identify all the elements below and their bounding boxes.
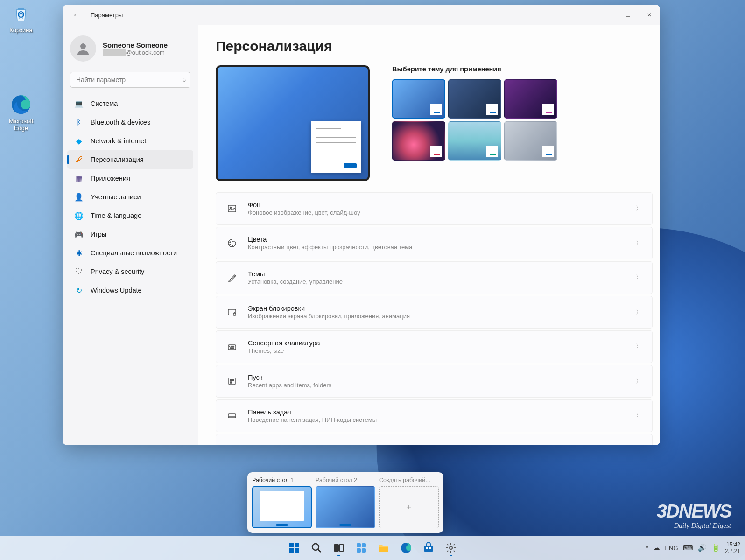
start-button[interactable] — [285, 539, 303, 557]
svg-point-41 — [450, 546, 452, 549]
svg-rect-10 — [228, 345, 236, 350]
sidebar-item-accounts[interactable]: 👤Учетные записи — [67, 188, 193, 206]
search-button[interactable] — [307, 539, 326, 557]
edge-button[interactable] — [397, 539, 415, 557]
settings-item-taskbar[interactable]: Панель задачПоведение панели задач, ПИН-… — [216, 399, 653, 432]
taskview-button[interactable] — [330, 539, 348, 557]
svg-rect-27 — [295, 548, 299, 553]
volume-icon[interactable]: 🔊 — [698, 544, 707, 552]
colors-icon — [226, 238, 238, 249]
sidebar-item-label: Privacy & security — [91, 268, 144, 275]
settings-item-touchkb[interactable]: Сенсорная клавиатураThemes, size〉 — [216, 330, 653, 363]
chevron-right-icon: 〉 — [636, 273, 642, 282]
user-email: xxxxxxx@outlook.com — [103, 49, 168, 56]
svg-rect-16 — [229, 378, 235, 385]
sidebar-item-bluetooth[interactable]: ᛒBluetooth & devices — [67, 113, 193, 132]
user-block[interactable]: Someone Someone xxxxxxx@outlook.com — [65, 32, 195, 70]
settings-item-background[interactable]: ФонФоновое изображение, цвет, слайд-шоу〉 — [216, 192, 653, 225]
virtual-desktop-new[interactable]: Создать рабочий... + — [379, 477, 439, 528]
theme-card-gray-wave[interactable] — [504, 121, 557, 161]
plus-icon: + — [379, 486, 439, 528]
svg-rect-31 — [339, 545, 344, 551]
svg-rect-24 — [289, 543, 294, 547]
settings-item-lockscreen[interactable]: Экран блокировкиИзображения экрана блоки… — [216, 296, 653, 329]
update-icon: ↻ — [74, 285, 84, 295]
svg-rect-38 — [424, 546, 433, 552]
keyboard-icon[interactable]: ⌨ — [683, 544, 693, 552]
close-button[interactable]: ✕ — [639, 5, 660, 25]
svg-rect-36 — [379, 547, 388, 552]
svg-line-29 — [318, 549, 321, 552]
sidebar-item-time[interactable]: 🌐Time & language — [67, 206, 193, 225]
theme-card-light-blue[interactable] — [392, 79, 445, 119]
sidebar-item-personalization[interactable]: 🖌Персонализация — [67, 150, 193, 169]
svg-rect-34 — [357, 548, 361, 553]
clock[interactable]: 15:42 2.7.21 — [725, 541, 740, 555]
settings-item-fonts[interactable]: AAШрифты〉 — [216, 434, 653, 445]
sidebar-item-network[interactable]: ◆Network & internet — [67, 132, 193, 150]
onedrive-icon[interactable]: ☁ — [653, 544, 660, 552]
desktop-preview — [216, 65, 370, 181]
explorer-button[interactable] — [374, 539, 393, 557]
recycle-bin-icon — [10, 2, 32, 25]
sidebar-item-label: Time & language — [91, 212, 141, 219]
sidebar-item-privacy[interactable]: 🛡Privacy & security — [67, 262, 193, 281]
chevron-right-icon: 〉 — [636, 377, 642, 385]
taskbar: ^ ☁ ENG ⌨ 🔊 🔋 15:42 2.7.21 — [0, 536, 745, 560]
sidebar-item-label: Network & internet — [91, 137, 146, 145]
chevron-right-icon: 〉 — [636, 343, 642, 351]
sidebar-item-update[interactable]: ↻Windows Update — [67, 281, 193, 300]
systray: ^ ☁ ENG ⌨ 🔊 🔋 15:42 2.7.21 — [645, 541, 740, 555]
theme-card-landscape[interactable] — [448, 121, 501, 161]
search-box[interactable]: ⌕ — [70, 72, 190, 88]
chevron-right-icon: 〉 — [636, 412, 642, 420]
touchkb-icon — [226, 341, 238, 352]
svg-point-11 — [230, 346, 230, 347]
settings-item-colors[interactable]: ЦветаКонтрастный цвет, эффекты прозрачно… — [216, 227, 653, 259]
desktop-icon-edge[interactable]: Microsoft Edge — [2, 93, 40, 132]
network-icon: ◆ — [74, 136, 84, 146]
window-title: Параметры — [91, 12, 123, 19]
settings-button[interactable] — [442, 539, 460, 557]
maximize-button[interactable]: ☐ — [617, 5, 639, 25]
sidebar-item-system[interactable]: 💻Система — [67, 94, 193, 113]
minimize-button[interactable]: ─ — [596, 5, 617, 25]
sidebar-item-gaming[interactable]: 🎮Игры — [67, 225, 193, 244]
store-button[interactable] — [419, 539, 438, 557]
themes-icon — [226, 272, 238, 283]
titlebar: ← Параметры ─ ☐ ✕ — [63, 5, 660, 25]
language-indicator[interactable]: ENG — [665, 545, 678, 552]
sidebar-item-apps[interactable]: ▦Приложения — [67, 169, 193, 188]
tray-chevron-icon[interactable]: ^ — [645, 544, 648, 552]
settings-item-start[interactable]: ПускRecent apps and items, folders〉 — [216, 365, 653, 398]
battery-icon[interactable]: 🔋 — [711, 544, 720, 552]
search-input[interactable] — [70, 72, 190, 88]
sidebar-item-label: Персонализация — [91, 156, 144, 163]
sidebar-item-accessibility[interactable]: ✱Специальные возможности — [67, 244, 193, 262]
theme-card-flower[interactable] — [392, 121, 445, 161]
svg-rect-17 — [230, 379, 232, 381]
virtual-desktop-2[interactable]: Рабочий стол 2 — [316, 477, 375, 528]
svg-point-7 — [232, 245, 233, 246]
theme-card-dark-blue[interactable] — [448, 79, 501, 119]
personalization-icon: 🖌 — [74, 154, 84, 165]
svg-point-5 — [230, 242, 231, 243]
sidebar-item-label: Bluetooth & devices — [91, 119, 150, 126]
theme-card-purple-dark[interactable] — [504, 79, 557, 119]
settings-item-themes[interactable]: ТемыУстановка, создание, управление〉 — [216, 261, 653, 294]
fonts-icon: AA — [226, 445, 238, 445]
desktop-icon-recycle-bin[interactable]: Корзина — [2, 2, 40, 34]
watermark: 3DNEWS Daily Digital Digest — [657, 501, 731, 530]
svg-point-12 — [231, 346, 232, 347]
sidebar-item-label: Игры — [91, 231, 106, 238]
sidebar-item-label: Специальные возможности — [91, 249, 177, 257]
privacy-icon: 🛡 — [74, 266, 84, 277]
main-content: Персонализация Выберите тему для примене… — [198, 25, 660, 445]
search-icon: ⌕ — [182, 76, 186, 83]
back-button[interactable]: ← — [69, 7, 84, 22]
virtual-desktop-1[interactable]: Рабочий стол 1 — [252, 477, 312, 528]
widgets-button[interactable] — [352, 539, 371, 557]
svg-rect-33 — [362, 543, 366, 547]
svg-rect-25 — [295, 543, 299, 547]
sidebar: Someone Someone xxxxxxx@outlook.com ⌕ 💻С… — [63, 25, 198, 445]
